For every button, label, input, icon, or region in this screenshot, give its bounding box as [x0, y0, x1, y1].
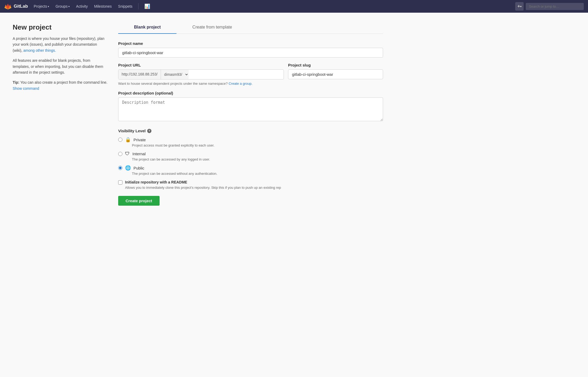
plus-button[interactable]: + ▾	[515, 2, 524, 11]
url-input-wrapper: http://192.168.88.253/ dimasm93/	[118, 69, 284, 79]
radio-internal[interactable]	[118, 152, 122, 156]
init-repo-section: Initialize repository with a README Allo…	[118, 180, 383, 190]
namespace-hint: Want to house several dependent projects…	[118, 82, 383, 86]
gitlab-logo-icon	[4, 3, 12, 10]
visibility-public-label: Public	[133, 166, 144, 170]
create-project-button[interactable]: Create project	[118, 196, 160, 206]
sidebar-tip: Tip: You can also create a project from …	[13, 79, 108, 91]
project-slug-group: Project slug	[288, 63, 383, 79]
project-desc-label: Project description (optional)	[118, 91, 383, 95]
search-input[interactable]	[526, 3, 584, 10]
help-icon[interactable]: ?	[147, 129, 151, 133]
nav-item-snippets[interactable]: Snippets	[116, 0, 135, 13]
main-form: Blank project Create from template Proje…	[118, 21, 383, 206]
visibility-public-desc: The project can be accessed without any …	[132, 172, 383, 176]
tab-blank-project[interactable]: Blank project	[118, 21, 176, 34]
page-title: New project	[13, 23, 108, 31]
project-name-group: Project name	[118, 41, 383, 58]
among-other-things-link[interactable]: among other things.	[23, 48, 56, 53]
navbar-right: + ▾	[515, 2, 584, 11]
nav-item-projects[interactable]: Projects ▾	[31, 0, 52, 13]
visibility-heading: Visibility Level ?	[118, 129, 383, 133]
chevron-down-icon: ▾	[68, 5, 70, 8]
sidebar: New project A project is where you house…	[13, 21, 108, 206]
sidebar-desc2: All features are enabled for blank proje…	[13, 58, 108, 75]
tab-create-from-template[interactable]: Create from template	[176, 21, 248, 34]
nav-item-milestones[interactable]: Milestones	[92, 0, 114, 13]
radio-public[interactable]	[118, 166, 122, 170]
init-repo-checkbox[interactable]	[118, 180, 122, 185]
shield-icon: 🛡	[125, 151, 130, 157]
project-name-input[interactable]	[118, 48, 383, 58]
visibility-option-internal: 🛡 Internal The project can be accessed b…	[118, 151, 383, 161]
nav-item-groups[interactable]: Groups ▾	[53, 0, 72, 13]
project-url-group: Project URL http://192.168.88.253/ dimas…	[118, 63, 284, 79]
brand[interactable]: GitLab	[4, 3, 28, 10]
create-group-link[interactable]: Create a group.	[229, 82, 252, 86]
url-namespace-select[interactable]: dimasm93/	[161, 70, 189, 79]
tabs-container: Blank project Create from template	[118, 21, 383, 34]
visibility-internal-label: Internal	[132, 152, 146, 156]
sidebar-desc1: A project is where you house your files …	[13, 36, 108, 53]
globe-icon: 🌐	[125, 165, 131, 171]
init-repo-desc: Allows you to immediately clone this pro…	[125, 186, 281, 190]
visibility-internal-desc: The project can be accessed by any logge…	[132, 157, 383, 161]
navbar: GitLab Projects ▾ Groups ▾ Activity Mile…	[0, 0, 588, 13]
project-slug-label: Project slug	[288, 63, 383, 67]
radio-private[interactable]	[118, 138, 122, 142]
project-url-label: Project URL	[118, 63, 284, 67]
url-slug-row: Project URL http://192.168.88.253/ dimas…	[118, 63, 383, 79]
visibility-private-label: Private	[133, 138, 146, 142]
chevron-down-icon: ▾	[48, 5, 49, 8]
project-desc-group: Project description (optional)	[118, 91, 383, 122]
url-prefix: http://192.168.88.253/	[118, 70, 161, 79]
visibility-section: Visibility Level ? 🔒 Private Project acc…	[118, 129, 383, 176]
lock-icon: 🔒	[125, 137, 131, 143]
nav-item-activity[interactable]: Activity	[73, 0, 90, 13]
init-repo-label: Initialize repository with a README	[125, 180, 187, 184]
project-desc-textarea[interactable]	[118, 97, 383, 121]
show-command-link[interactable]: Show command	[13, 86, 39, 91]
visibility-option-public: 🌐 Public The project can be accessed wit…	[118, 165, 383, 176]
project-name-label: Project name	[118, 41, 383, 46]
visibility-private-desc: Project access must be granted explicitl…	[132, 143, 383, 147]
page-content: New project A project is where you house…	[0, 13, 396, 214]
project-slug-input[interactable]	[288, 69, 383, 79]
brand-label: GitLab	[14, 4, 28, 9]
visibility-option-private: 🔒 Private Project access must be granted…	[118, 137, 383, 147]
chart-icon: 📊	[142, 3, 153, 9]
nav-divider	[138, 3, 138, 10]
chevron-down-icon: ▾	[520, 5, 522, 8]
